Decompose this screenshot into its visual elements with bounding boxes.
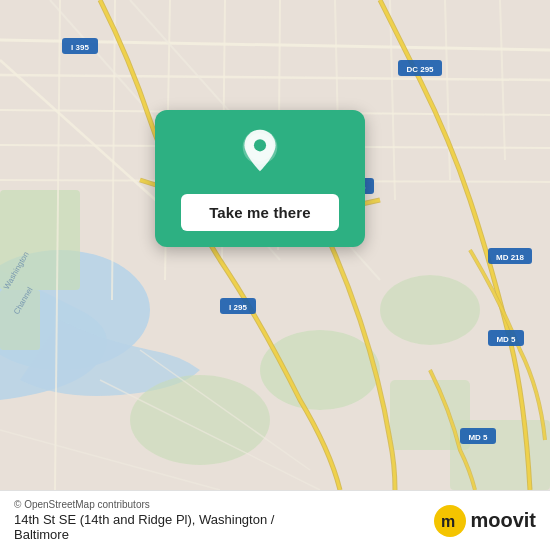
moovit-logo: m moovit (434, 505, 536, 537)
bottom-left-info: © OpenStreetMap contributors 14th St SE … (14, 499, 274, 542)
svg-point-49 (254, 139, 266, 151)
svg-text:DC 295: DC 295 (406, 65, 434, 74)
bottom-bar: © OpenStreetMap contributors 14th St SE … (0, 490, 550, 550)
location-name-2: Baltimore (14, 527, 274, 542)
location-card: Take me there (155, 110, 365, 247)
svg-text:m: m (441, 513, 455, 530)
map-pin-icon (234, 128, 286, 180)
svg-text:MD 5: MD 5 (496, 335, 516, 344)
svg-text:MD 218: MD 218 (496, 253, 525, 262)
svg-point-5 (380, 275, 480, 345)
svg-text:MD 5: MD 5 (468, 433, 488, 442)
svg-text:I 395: I 395 (71, 43, 89, 52)
svg-point-7 (130, 375, 270, 465)
moovit-label: moovit (470, 509, 536, 532)
svg-text:I 295: I 295 (229, 303, 247, 312)
map-container: Washington Channel I 395 I 695 DC 295 DC… (0, 0, 550, 490)
take-me-there-button[interactable]: Take me there (181, 194, 339, 231)
location-name: 14th St SE (14th and Ridge Pl), Washingt… (14, 512, 274, 527)
moovit-icon: m (434, 505, 466, 537)
svg-point-4 (260, 330, 380, 410)
osm-attribution: © OpenStreetMap contributors (14, 499, 274, 510)
